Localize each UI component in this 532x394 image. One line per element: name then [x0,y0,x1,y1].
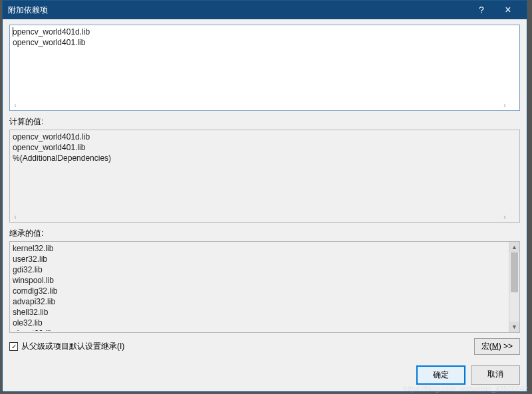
scroll-up-icon[interactable]: ▲ [509,242,519,252]
dialog-title: 附加依赖项 [8,5,468,16]
dependencies-edit-textarea[interactable]: opencv_world401d.lib opencv_world401.lib… [9,25,520,111]
dialog-content: opencv_world401d.lib opencv_world401.lib… [3,19,527,360]
scroll-left-icon[interactable]: ‹ [11,213,19,221]
dialog-additional-dependencies: 附加依赖项 ? × opencv_world401d.lib opencv_wo… [2,0,527,392]
cancel-button[interactable]: 取消 [471,365,520,385]
vertical-scrollbar[interactable]: ▲ ▼ [509,242,519,332]
inherit-checkbox-label: 从父级或项目默认设置继承(I) [21,341,124,352]
scroll-down-icon[interactable]: ▼ [509,322,519,332]
scroll-right-icon[interactable]: › [501,213,509,221]
dialog-footer: 确定 取消 [3,360,527,391]
computed-values-label: 计算的值: [9,116,520,128]
macros-button[interactable]: 宏(M) >> [474,338,520,355]
dependencies-edit-text: opencv_world401d.lib opencv_world401.lib [13,27,90,47]
inherited-values-box: kernel32.lib user32.lib gdi32.lib winspo… [9,241,520,333]
inherit-checkbox-wrap[interactable]: ✓ 从父级或项目默认设置继承(I) [9,341,470,352]
scroll-track[interactable] [509,252,519,322]
help-button[interactable]: ? [468,1,495,19]
inherited-values-label: 继承的值: [9,228,520,239]
scroll-right-icon[interactable]: › [501,102,509,109]
horizontal-scrollbar[interactable]: ‹ › [11,213,509,221]
close-button[interactable]: × [495,1,521,19]
scroll-thumb[interactable] [511,252,518,292]
titlebar[interactable]: 附加依赖项 ? × [3,1,527,19]
computed-values-text: opencv_world401d.lib opencv_world401.lib… [13,132,509,211]
horizontal-scrollbar[interactable]: ‹ › [11,101,509,109]
computed-values-box: opencv_world401d.lib opencv_world401.lib… [9,130,520,223]
inherited-values-text: kernel32.lib user32.lib gdi32.lib winspo… [13,243,509,331]
ok-button[interactable]: 确定 [416,365,466,385]
options-row: ✓ 从父级或项目默认设置继承(I) 宏(M) >> [9,338,520,355]
scroll-left-icon[interactable]: ‹ [11,102,19,109]
inherit-checkbox[interactable]: ✓ [9,342,18,351]
